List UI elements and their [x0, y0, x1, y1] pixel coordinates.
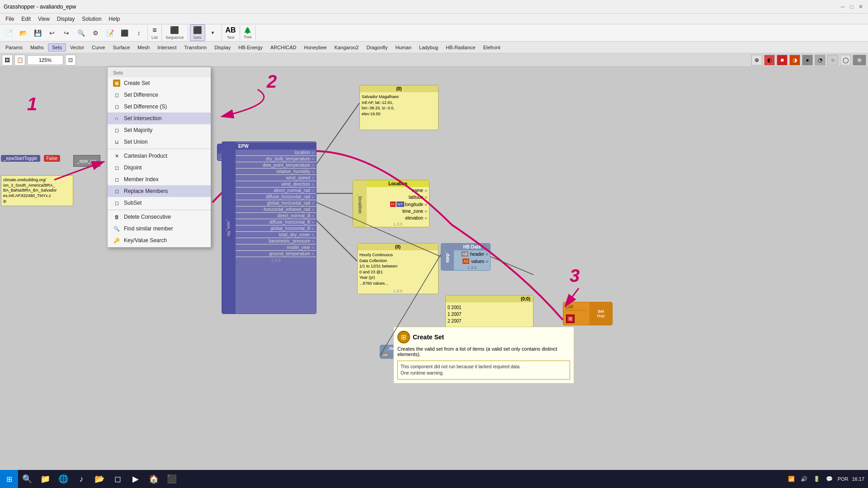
start-toggle-node[interactable]: _epwStartToggle False — [1, 155, 60, 162]
save-button[interactable]: 💾 — [31, 26, 44, 40]
window-controls[interactable]: ─ □ ✕ — [839, 3, 864, 10]
taskbar-misc[interactable]: ⬛ — [164, 471, 180, 487]
epw-output-node[interactable]: _epw_file EPW location ○ dry_bulb_temper… — [222, 141, 316, 314]
menu-key-value[interactable]: 🔑 Key/Value Search — [108, 235, 211, 246]
view-preset-5[interactable]: ● — [802, 55, 813, 66]
tab-surface[interactable]: Surface — [109, 44, 133, 51]
menu-find-similar[interactable]: 🔍 Find similar member — [108, 223, 211, 235]
tab-mesh[interactable]: Mesh — [134, 44, 153, 51]
tray-network[interactable]: 📶 — [787, 474, 796, 483]
menu-cartesian[interactable]: ✕ Cartesian Product — [108, 150, 211, 162]
menu-view[interactable]: View — [34, 14, 53, 24]
taskbar-browser[interactable]: 🌐 — [55, 471, 71, 487]
view-preset-6[interactable]: ◔ — [815, 55, 826, 66]
salvador-node[interactable]: (0) Salvador MagalhaesIntl AP, lat:-12.9… — [359, 85, 439, 130]
text-tool[interactable]: AB Text — [224, 25, 238, 41]
sets-dropdown-menu[interactable]: Sets ⊞ Create Set ◻ Set Difference ◻ Set… — [107, 67, 211, 248]
maximize-button[interactable]: □ — [848, 3, 855, 10]
sets-dropdown-arrow[interactable]: ▼ — [206, 26, 220, 40]
menu-set-union[interactable]: ⊔ Set Union — [108, 136, 211, 148]
view-preset-7[interactable]: ○ — [827, 55, 838, 66]
view-preset-2[interactable]: ◐ — [764, 55, 775, 66]
sets-tool[interactable]: ⬛ Sets — [190, 24, 205, 41]
taskbar-search[interactable]: 🔍 — [19, 471, 35, 487]
tray-volume[interactable]: 🔊 — [800, 474, 809, 483]
tab-honeybee[interactable]: Honeybee — [300, 44, 330, 51]
taskbar-spotify[interactable]: ♪ — [73, 471, 90, 487]
view-preset-1[interactable]: ⊕ — [751, 55, 762, 66]
view-preset-3[interactable]: ■ — [777, 55, 788, 66]
tab-hb-radiance[interactable]: HB-Radiance — [442, 44, 479, 51]
taskbar-terminal[interactable]: ▶ — [127, 471, 144, 487]
epw-input-port[interactable]: _epw_file — [222, 142, 236, 314]
fit-view-button[interactable]: ⊡ — [65, 55, 76, 66]
view-icon-button[interactable]: 🖼 — [2, 55, 13, 66]
taskbar-vscode[interactable]: ◻ — [109, 471, 126, 487]
taskbar-gh[interactable]: 🏠 — [146, 471, 162, 487]
tab-human[interactable]: Human — [392, 44, 415, 51]
open-button[interactable]: 📂 — [16, 26, 30, 40]
menu-replace-members[interactable]: ◻ Replace Members — [108, 185, 211, 197]
tab-params[interactable]: Params — [2, 44, 26, 51]
set-map-node[interactable]: List ⊞ Set Map — [563, 302, 613, 325]
menu-help[interactable]: Help — [105, 14, 124, 24]
tab-curve[interactable]: Curve — [88, 44, 108, 51]
tab-elefront[interactable]: Elefront — [480, 44, 504, 51]
view-compass[interactable]: ⊕ — [853, 55, 866, 66]
taskbar-files[interactable]: 📁 — [37, 471, 53, 487]
view-preset-8[interactable]: ◯ — [840, 55, 851, 66]
tab-hb-energy[interactable]: HB-Energy — [235, 44, 266, 51]
tab-ladybug[interactable]: Ladybug — [415, 44, 442, 51]
toggle-button[interactable]: ↕ — [132, 26, 146, 40]
menu-edit[interactable]: Edit — [18, 14, 34, 24]
tab-archicad[interactable]: ARCHICAD — [267, 44, 300, 51]
list-tool[interactable]: ≡ List — [150, 25, 160, 41]
menu-set-difference-s[interactable]: ◻ Set Difference (S) — [108, 101, 211, 113]
menu-file[interactable]: File — [2, 14, 18, 24]
tab-vector[interactable]: Vector — [66, 44, 88, 51]
new-button[interactable]: 📄 — [2, 26, 15, 40]
minimize-button[interactable]: ─ — [839, 3, 846, 10]
tab-kangaroo[interactable]: Kangaroo2 — [331, 44, 363, 51]
menu-solution[interactable]: Solution — [78, 14, 105, 24]
close-button[interactable]: ✕ — [857, 3, 864, 10]
menu-delete-consecutive[interactable]: 🗑 Delete Consecutive — [108, 211, 211, 223]
menu-create-set[interactable]: ⊞ Create Set — [108, 77, 211, 89]
tab-display[interactable]: Display — [211, 44, 234, 51]
annotation-2: 2 — [267, 71, 277, 92]
script-button[interactable]: 📝 — [103, 26, 117, 40]
menu-display[interactable]: Display — [53, 14, 78, 24]
location-node[interactable]: _location Location name ○ latitude ○ I× … — [353, 180, 429, 227]
tab-sets[interactable]: Sets — [48, 43, 66, 52]
epw-machine-node[interactable]: _epw_ma — [73, 155, 100, 167]
menu-disjoint[interactable]: ◻ Disjoint — [108, 162, 211, 174]
zoom-level[interactable]: 125% — [27, 55, 63, 65]
menu-set-difference[interactable]: ◻ Set Difference — [108, 89, 211, 101]
port-rel-humidity: relative_humidity ○ — [236, 169, 316, 175]
cluster-button[interactable]: ⬛ — [118, 26, 131, 40]
data-out-node[interactable]: _data HB Data AB header ○ A2 values ○ 1.… — [441, 243, 491, 271]
tab-intersect[interactable]: Intersect — [154, 44, 180, 51]
settings-button[interactable]: ⚙ — [89, 26, 102, 40]
tab-dragonfly[interactable]: Dragonfly — [363, 44, 391, 51]
view-preset-4[interactable]: ◑ — [789, 55, 800, 66]
tab-transform[interactable]: Transform — [180, 44, 210, 51]
tray-messages[interactable]: 💬 — [825, 474, 834, 483]
sequence-tool[interactable]: ⬛ Sequence — [164, 25, 186, 41]
menu-member-index[interactable]: ◻ Member Index — [108, 174, 211, 185]
tray-battery[interactable]: 🔋 — [812, 474, 821, 483]
hourly-node[interactable]: (0) Hourly ContinuousData Collection1/1 … — [357, 243, 439, 294]
tab-maths[interactable]: Maths — [27, 44, 47, 51]
view-list-button[interactable]: 📋 — [14, 55, 25, 66]
member-index-icon: ◻ — [113, 176, 120, 183]
tree-tool[interactable]: 🌲 Tree — [242, 26, 254, 40]
climate-node[interactable]: climate.onebuilding.org/ion_3_South_Amer… — [1, 175, 73, 206]
menu-set-intersection[interactable]: ∩ Set Intersection — [108, 113, 211, 124]
start-button[interactable]: ⊞ — [0, 470, 18, 488]
menu-subset[interactable]: ◻ SubSet — [108, 197, 211, 209]
redo-button[interactable]: ↪ — [60, 26, 73, 40]
zoom-button[interactable]: 🔍 — [74, 26, 88, 40]
menu-set-majority[interactable]: ◻ Set Majority — [108, 124, 211, 136]
taskbar-explorer[interactable]: 📂 — [91, 471, 108, 487]
undo-button[interactable]: ↩ — [45, 26, 59, 40]
